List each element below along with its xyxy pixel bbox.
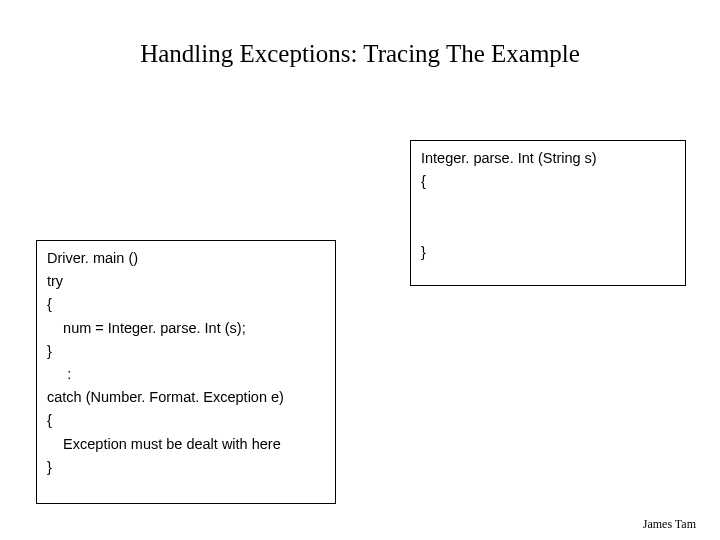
parseint-box: Integer. parse. Int (String s) { } xyxy=(410,140,686,286)
catch-line: catch (Number. Format. Exception e) xyxy=(47,386,325,409)
parseint-open-brace: { xyxy=(421,170,675,193)
driver-header: Driver. main () xyxy=(47,247,325,270)
parseint-code: Integer. parse. Int (String s) { } xyxy=(411,141,685,271)
driver-main-code: Driver. main () try { num = Integer. par… xyxy=(37,241,335,485)
driver-main-box: Driver. main () try { num = Integer. par… xyxy=(36,240,336,504)
catch-close-brace: } xyxy=(47,456,325,479)
try-keyword: try xyxy=(47,270,325,293)
try-open-brace: { xyxy=(47,293,325,316)
try-close-brace: } xyxy=(47,340,325,363)
parseint-close-brace: } xyxy=(421,241,675,264)
catch-body: Exception must be dealt with here xyxy=(47,433,325,456)
slide-title: Handling Exceptions: Tracing The Example xyxy=(0,40,720,68)
parseint-header: Integer. parse. Int (String s) xyxy=(421,147,675,170)
footer-author: James Tam xyxy=(643,517,696,532)
catch-open-brace: { xyxy=(47,409,325,432)
try-body: num = Integer. parse. Int (s); xyxy=(47,317,325,340)
ellipsis-colon: : xyxy=(47,363,325,386)
